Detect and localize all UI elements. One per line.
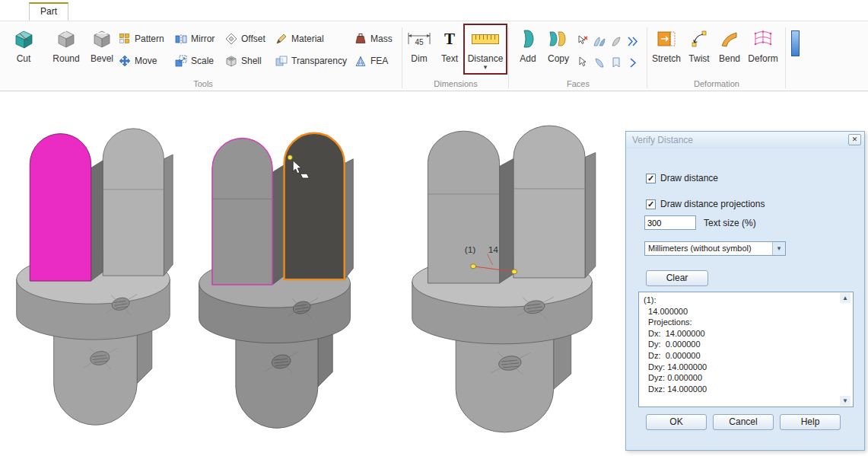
tab-strip: Part <box>0 0 868 21</box>
face-bookmark-button[interactable] <box>610 55 622 70</box>
mirror-icon <box>175 33 187 45</box>
group-label-tools: Tools <box>5 79 402 91</box>
units-selected-value: Millimeters (without symbol) <box>648 244 752 253</box>
scale-button[interactable]: Scale <box>175 53 214 69</box>
dim-button[interactable]: 45 Dim <box>405 24 434 75</box>
petal-flip-icon <box>593 56 606 69</box>
material-button[interactable]: Material <box>275 31 324 46</box>
shell-button[interactable]: Shell <box>225 53 262 69</box>
move-button[interactable]: Move <box>119 53 157 69</box>
tab-part-label: Part <box>40 6 57 17</box>
round-icon <box>56 27 77 51</box>
text-label: Text <box>441 53 458 64</box>
dialog-titlebar[interactable]: Verify Distance <box>626 132 864 148</box>
dropdown-arrow-icon[interactable]: ▾ <box>772 242 785 255</box>
bevel-label: Bevel <box>91 53 113 64</box>
draw-projections-label: Draw distance projections <box>660 199 765 209</box>
viewport: (1) 14 Verify Distance ✕ ✓ Draw distance… <box>0 92 868 456</box>
mirror-button[interactable]: Mirror <box>175 31 215 46</box>
part-view-1[interactable] <box>8 123 179 435</box>
clear-button[interactable]: Clear <box>646 270 708 286</box>
cancel-button[interactable]: Cancel <box>713 414 774 430</box>
draw-projections-checkbox-row[interactable]: ✓ Draw distance projections <box>646 199 765 209</box>
twist-label: Twist <box>688 53 709 64</box>
double-chevron-icon <box>627 35 639 47</box>
stretch-icon <box>657 27 676 51</box>
draw-distance-label: Draw distance <box>660 173 718 183</box>
bookmark-icon <box>610 56 622 69</box>
face-petal-flip-button[interactable] <box>593 55 606 70</box>
svg-text:45: 45 <box>415 38 424 46</box>
group-label-dimensions: Dimensions <box>403 79 508 91</box>
highlighted-face-magenta[interactable] <box>30 134 91 281</box>
text-size-input[interactable] <box>644 215 696 230</box>
face-chevron-button[interactable] <box>627 55 639 70</box>
bend-button[interactable]: Bend <box>715 24 744 75</box>
shell-icon <box>225 55 237 67</box>
scroll-up-icon[interactable]: ▲ <box>840 293 851 303</box>
deform-button[interactable]: Deform <box>746 24 781 75</box>
face-petal-pair-button[interactable] <box>593 33 606 49</box>
move-label: Move <box>135 56 157 66</box>
group-label-deformation: Deformation <box>648 79 785 91</box>
bend-icon <box>720 27 739 51</box>
fea-button[interactable]: FEA <box>355 53 388 69</box>
checkbox-checked-icon[interactable]: ✓ <box>646 174 656 183</box>
bevel-icon <box>91 27 113 51</box>
transparency-label: Transparency <box>291 56 347 66</box>
round-button[interactable]: Round <box>47 24 85 75</box>
face-petal-button[interactable] <box>610 33 622 49</box>
scroll-down-icon[interactable]: ▼ <box>840 396 851 406</box>
part-view-3[interactable]: (1) 14 <box>402 120 603 443</box>
stretch-button[interactable]: Stretch <box>650 24 683 75</box>
chevron-right-icon <box>627 56 639 69</box>
bend-label: Bend <box>719 53 740 64</box>
close-icon[interactable]: ✕ <box>848 134 861 145</box>
twist-icon <box>690 27 708 51</box>
scale-label: Scale <box>191 56 214 66</box>
tab-part[interactable]: Part <box>29 2 68 21</box>
fea-label: FEA <box>370 56 388 66</box>
add-face-button[interactable]: Add <box>514 24 542 75</box>
face-chevron-double-button[interactable] <box>627 33 639 49</box>
dialog-title: Verify Distance <box>632 135 693 145</box>
petal-pair-icon <box>593 35 606 47</box>
cursor-icon <box>577 56 589 69</box>
mass-button[interactable]: Mass <box>355 31 393 46</box>
cut-button[interactable]: Cut <box>5 24 43 75</box>
group-label-faces: Faces <box>510 79 647 91</box>
checkbox-checked-icon[interactable]: ✓ <box>646 199 656 209</box>
app-window: Part Cut <box>0 0 868 456</box>
pattern-button[interactable]: Pattern <box>119 31 164 46</box>
part-view-2[interactable] <box>190 128 359 438</box>
dim-icon: 45 <box>407 27 431 51</box>
ok-button[interactable]: OK <box>646 414 707 430</box>
draw-distance-checkbox-row[interactable]: ✓ Draw distance <box>646 173 718 183</box>
snap-point-dot <box>288 155 292 160</box>
offset-button[interactable]: Offset <box>225 31 265 46</box>
results-box[interactable]: (1): 14.000000 Projections: Dx: 14.00000… <box>638 292 854 407</box>
add-face-icon <box>520 27 536 51</box>
face-cursor-button[interactable] <box>577 55 589 70</box>
round-label: Round <box>52 53 79 64</box>
selected-face-orange[interactable] <box>285 133 345 279</box>
text-button[interactable]: T Text <box>435 24 464 75</box>
fea-icon <box>355 55 367 67</box>
dim-label: Dim <box>411 53 427 64</box>
verify-distance-dialog: Verify Distance ✕ ✓ Draw distance ✓ Draw… <box>625 131 865 451</box>
group-divider <box>785 27 786 88</box>
units-dropdown[interactable]: Millimeters (without symbol) ▾ <box>644 241 786 256</box>
copy-face-button[interactable]: Copy <box>543 24 574 75</box>
measurement-id-label: (1) <box>465 245 476 254</box>
offset-icon <box>225 33 237 45</box>
copy-face-label: Copy <box>548 53 569 64</box>
twist-button[interactable]: Twist <box>685 24 714 75</box>
stretch-label: Stretch <box>652 53 681 64</box>
bevel-button[interactable]: Bevel <box>85 24 119 75</box>
distance-dropdown-caret-icon[interactable]: ▾ <box>484 64 488 70</box>
ribbon: Cut Round Beve <box>0 21 868 91</box>
distance-button[interactable]: Distance ▾ <box>466 24 505 75</box>
face-cursor-x-button[interactable] <box>577 33 589 49</box>
help-button[interactable]: Help <box>780 414 841 430</box>
transparency-button[interactable]: Transparency <box>275 53 347 69</box>
